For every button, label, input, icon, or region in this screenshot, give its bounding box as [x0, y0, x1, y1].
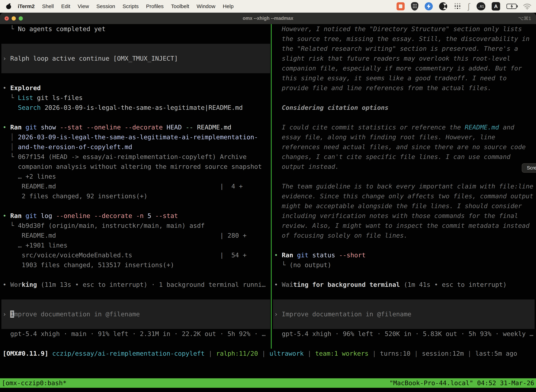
reasoning-line: including verification notes with those …: [273, 211, 536, 221]
hook-icon[interactable]: ʃ: [468, 2, 470, 11]
reasoning-line: The team guideline is to back every impo…: [273, 182, 536, 191]
tmux-session-name: [omx-cczip0:bash*: [2, 378, 67, 388]
command-arg-line: │ and-the-erosion-of-copyleft.md: [0, 142, 271, 152]
working-spinner-line: • Working (11m 13s • esc to interrupt) ·…: [0, 280, 271, 289]
output-line: 1903 files changed, 513517 insertions(+): [0, 260, 271, 270]
timer-badge-icon[interactable]: ..61: [477, 2, 485, 10]
text-cursor: I: [10, 311, 14, 318]
explored-header-line: • Explored: [0, 83, 271, 93]
reasoning-line: the source tree, missing the essay. Stil…: [273, 34, 536, 44]
tmux-status-bar: [omx-cczip0:bash* "MacBook-Pro-44.local"…: [0, 378, 536, 388]
command-arg-line: │ 2026-03-09-is-legal-the-same-as-legiti…: [0, 132, 271, 142]
inject-banner-line: › Ralph loop active continue [OMX_TMUX_I…: [0, 54, 271, 63]
output-line: README.md | 4 +: [0, 182, 271, 191]
chat-app-icon[interactable]: [397, 2, 405, 10]
menu-item-shell[interactable]: Shell: [38, 3, 57, 9]
window-shortcut-badge: ⌥⌘1: [518, 13, 531, 24]
blue-bolt-icon[interactable]: [425, 2, 433, 10]
reasoning-line: this single essay, it seems like a good …: [273, 73, 536, 83]
model-status-line: gpt-5.4 xhigh · main · 91% left · 2.31M …: [0, 329, 271, 339]
output-line: └ (no output): [273, 260, 536, 270]
waiting-spinner-line: • Waiting for background terminal (1m 41…: [273, 280, 536, 289]
menu-item-scripts[interactable]: Scripts: [119, 3, 143, 9]
reasoning-line: evidence. Since this change only affects…: [273, 191, 536, 201]
dots-grid-icon[interactable]: [454, 2, 461, 10]
terminal-pane-left: └ No agents completed yet› Ralph loop ac…: [0, 24, 271, 349]
reasoning-line: companion file, especially if more comme…: [273, 63, 536, 73]
terminal-pane-right: However, I noticed the "Directory Struct…: [273, 24, 536, 349]
reasoning-line: However, I noticed the "Directory Struct…: [273, 24, 536, 34]
reasoning-line: output instead.: [273, 162, 536, 172]
reasoning-line: the "Related research writing" section i…: [273, 44, 536, 54]
reasoning-line: provide file and line references from th…: [273, 83, 536, 93]
menu-item-view[interactable]: View: [74, 3, 93, 9]
menu-item-session[interactable]: Session: [93, 3, 119, 9]
menu-item-edit[interactable]: Edit: [57, 3, 74, 9]
output-line: … +2 lines: [0, 172, 271, 182]
menu-left: iTerm2ShellEditViewSessionScriptsProfile…: [5, 3, 237, 9]
wifi-icon[interactable]: [523, 3, 531, 9]
reasoning-line: references need actual files, and since …: [273, 142, 536, 152]
screen-share-tab-label: Scre: [527, 165, 536, 171]
menu-item-toolbelt[interactable]: Toolbelt: [168, 3, 193, 9]
reasoning-line: of focusing solely on file lines.: [273, 231, 536, 240]
window-title-bar[interactable]: omx --xhigh --madmax ⌥⌘1: [0, 13, 536, 24]
reasoning-line: might be acceptable alongside the file l…: [273, 201, 536, 211]
command-line-git-show: • Ran git show --stat --oneline --decora…: [0, 122, 271, 132]
reasoning-line: review. Also, I might want to inspect th…: [273, 221, 536, 231]
model-status-line: gpt-5.4 xhigh · 96% left · 520K in · 5.8…: [273, 329, 536, 339]
reasoning-line: changes, I can't cite specific file line…: [273, 152, 536, 162]
prompt-input[interactable]: › Improve documentation in @filename: [273, 309, 536, 319]
input-source-icon[interactable]: A: [492, 2, 500, 10]
menu-item-window[interactable]: Window: [193, 3, 219, 9]
explored-list-line: └ List git ls-files: [0, 93, 271, 103]
pane-divider[interactable]: [271, 24, 272, 349]
output-line: src/voice/voiceModeEnabled.ts | 54 +: [0, 250, 271, 260]
prompt-input[interactable]: › Improve documentation in @filename: [0, 309, 271, 319]
reasoning-line: essay file, along with finding root file…: [273, 132, 536, 142]
reasoning-line: I could cite commit statistics or refere…: [273, 122, 536, 132]
output-line: 2 files changed, 92 insertions(+): [0, 191, 271, 201]
output-line: … +1901 lines: [0, 240, 271, 250]
screen-share-tab[interactable]: Scre: [522, 163, 536, 173]
apple-logo-icon[interactable]: [6, 3, 11, 9]
tmux-host-clock: "MacBook-Pro-44.local" 04:52 31-Mar-26: [389, 378, 534, 388]
battery-icon[interactable]: [507, 4, 517, 9]
command-line-git-status: • Ran git status --short: [273, 250, 536, 260]
menu-item-iterm2[interactable]: iTerm2: [14, 3, 38, 9]
shield-grid-icon[interactable]: [411, 2, 418, 10]
output-line: companion analysis without altering the …: [0, 162, 271, 172]
menu-item-help[interactable]: Help: [219, 3, 237, 9]
command-line-git-log: • Ran git log --oneline --decorate -n 5 …: [0, 211, 271, 221]
output-line: └ 4b9d30f (origin/main, instructkr/main,…: [0, 221, 271, 231]
output-line: └ 067f154 (HEAD -> essay/ai-reimplementa…: [0, 152, 271, 162]
desktop: iTerm2ShellEditViewSessionScriptsProfile…: [0, 0, 536, 392]
dark-crescent-icon[interactable]: [439, 2, 447, 10]
menu-bar: iTerm2ShellEditViewSessionScriptsProfile…: [0, 0, 536, 13]
reasoning-line: slight risk that future readers may over…: [273, 54, 536, 63]
reasoning-heading: Considering citation options: [273, 103, 536, 112]
window-title: omx --xhigh --madmax: [0, 13, 536, 24]
agents-status-line: └ No agents completed yet: [0, 24, 271, 34]
menu-item-profiles[interactable]: Profiles: [142, 3, 167, 9]
explored-search-line: Search 2026-03-09-is-legal-the-same-as-l…: [0, 103, 271, 112]
output-line: README.md | 280 +: [0, 231, 271, 240]
menu-status-icons: ʃ ..61 A: [397, 2, 531, 11]
omx-status-bar: [OMX#0.11.9] cczip/essay/ai-reimplementa…: [0, 349, 536, 359]
menu-items: iTerm2ShellEditViewSessionScriptsProfile…: [14, 3, 237, 9]
terminal: └ No agents completed yet› Ralph loop ac…: [0, 24, 536, 392]
